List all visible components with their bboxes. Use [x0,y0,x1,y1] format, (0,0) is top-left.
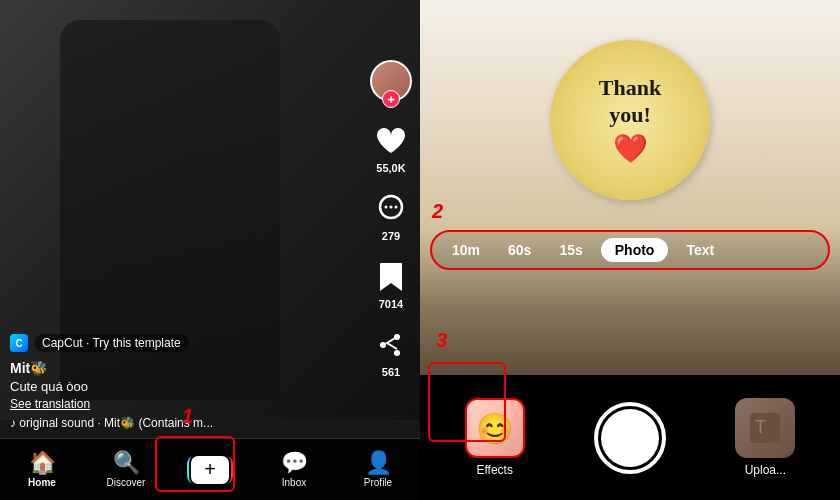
comment-icon [372,190,410,228]
creator-avatar-container[interactable]: + [370,60,412,102]
right-panel: Thank you! ❤️ 10m 60s 15s Photo Text 2 😊… [420,0,840,500]
svg-point-5 [394,350,400,356]
share-icon [372,326,410,364]
thank-you-text: Thank you! [599,75,661,128]
camera-controls: 😊 Effects T Uploa... [420,375,840,500]
capcut-label: CapCut · Try this template [34,334,189,352]
create-btn-white: + [191,456,229,484]
video-username[interactable]: Mit🐝 [10,360,365,376]
create-button[interactable]: + [187,455,233,485]
left-panel: + 55,0K 279 [0,0,420,500]
nav-profile[interactable]: 👤 Profile [336,452,420,488]
effects-button[interactable]: 😊 Effects [465,398,525,477]
duration-10m[interactable]: 10m [442,238,490,262]
svg-point-1 [385,206,388,209]
share-button[interactable]: 561 [372,326,410,378]
like-button[interactable]: 55,0K [372,122,410,174]
effects-label: Effects [476,463,512,477]
follow-plus-badge[interactable]: + [382,90,400,108]
comment-button[interactable]: 279 [372,190,410,242]
effects-thumbnail: 😊 [465,398,525,458]
heart-sticker-icon: ❤️ [613,132,648,165]
nav-home-label: Home [28,477,56,488]
upload-thumbnail: T [735,398,795,458]
bookmark-icon [372,258,410,296]
svg-text:T: T [755,417,766,437]
nav-inbox-label: Inbox [282,477,306,488]
comment-count: 279 [382,230,400,242]
upload-label: Uploa... [745,463,786,477]
nav-profile-label: Profile [364,477,392,488]
nav-inbox[interactable]: 💬 Inbox [252,452,336,488]
bottom-nav: 🏠 Home 🔍 Discover + 💬 Inbox 👤 Profile [0,438,420,500]
duration-row: 10m 60s 15s Photo Text [430,230,830,270]
capture-inner [601,409,659,467]
svg-point-3 [395,206,398,209]
capcut-icon: C [10,334,28,352]
bookmark-button[interactable]: 7014 [372,258,410,310]
thank-text-line2: you! [599,102,661,128]
nav-discover-label: Discover [107,477,146,488]
like-count: 55,0K [376,162,405,174]
inbox-icon: 💬 [281,452,308,474]
annotation-number-3: 3 [436,329,447,352]
upload-button[interactable]: T Uploa... [735,398,795,477]
capture-button[interactable] [594,402,666,474]
camera-viewfinder: Thank you! ❤️ 10m 60s 15s Photo Text 2 [420,0,840,380]
heart-icon [372,122,410,160]
bookmark-count: 7014 [379,298,403,310]
video-description: Cute quá òoo [10,379,365,394]
duration-text[interactable]: Text [676,238,724,262]
nav-create[interactable]: + [168,455,252,485]
profile-icon: 👤 [365,452,392,474]
effects-face-icon: 😊 [470,403,520,453]
duration-60s[interactable]: 60s [498,238,541,262]
nav-home[interactable]: 🏠 Home [0,452,84,488]
annotation-number-2: 2 [432,200,443,223]
annotation-number-1: 1 [182,405,193,428]
svg-point-6 [380,342,386,348]
discover-icon: 🔍 [113,452,140,474]
nav-discover[interactable]: 🔍 Discover [84,452,168,488]
duration-photo[interactable]: Photo [601,238,669,262]
svg-point-4 [394,334,400,340]
svg-point-2 [390,206,393,209]
action-buttons: + 55,0K 279 [370,60,412,378]
duration-15s[interactable]: 15s [549,238,592,262]
share-count: 561 [382,366,400,378]
capcut-banner[interactable]: C CapCut · Try this template [10,334,365,352]
home-icon: 🏠 [29,452,56,474]
thank-you-sticker: Thank you! ❤️ [550,40,710,200]
thank-text-line1: Thank [599,75,661,101]
